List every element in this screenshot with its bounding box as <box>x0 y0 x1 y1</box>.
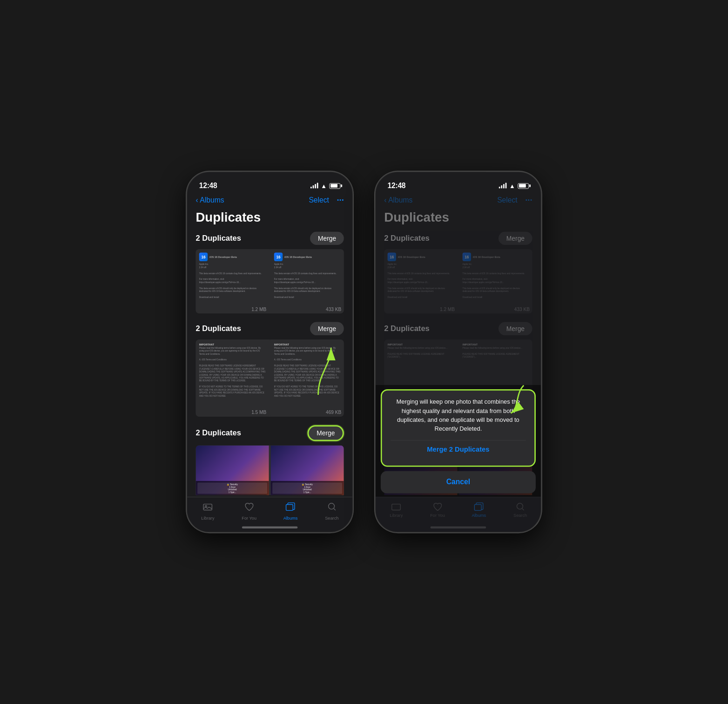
img-size-1b-right: 433 KB <box>514 306 530 311</box>
ios-icon-left: 16 <box>199 253 208 261</box>
svg-rect-7 <box>475 505 482 511</box>
doc-image-1a-right: 16 iOS 16 Developer Beta Apple Inc.2.04 … <box>384 249 457 313</box>
status-icons-right: ▲ <box>499 183 529 190</box>
back-button-right: ‹ Albums <box>384 196 412 204</box>
duplicate-section-3-left: 2 Duplicates Merge 🔒 Security1 DoorUnloc… <box>195 425 344 495</box>
section-title-2-right: 2 Duplicates <box>384 324 430 333</box>
tab-library-right: Library <box>376 501 417 518</box>
status-icons-left: ▲ <box>310 183 340 190</box>
content-scroll-left[interactable]: 2 Duplicates Merge 16 iOS 16 Developer B… <box>187 231 352 495</box>
doc-image-1b-left: 16 iOS 16 Developer Beta Apple Inc.2.04 … <box>270 249 344 313</box>
chevron-left-icon-right: ‹ <box>384 196 386 204</box>
merge-button-3-left[interactable]: Merge <box>308 425 344 441</box>
merge-confirm-button-right[interactable]: Merge 2 Duplicates <box>391 440 526 459</box>
battery-icon-left <box>329 183 340 189</box>
chevron-left-icon: ‹ <box>195 196 198 204</box>
section-header-1-right: 2 Duplicates Merge <box>384 231 532 245</box>
library-icon-left <box>202 501 213 514</box>
ios-icon-1b-left: 16 <box>274 253 283 261</box>
doc-image-2b-left: IMPORTANT Please read the following term… <box>270 339 344 417</box>
status-bar-left: 12:48 ▲ <box>187 172 352 194</box>
wallpaper-image-3a-left: 🔒 Security1 DoorUnlocked1 Syst... Font &… <box>195 446 269 495</box>
tab-search-right: Search <box>499 501 541 518</box>
wifi-icon-right: ▲ <box>509 183 515 190</box>
library-icon-right <box>391 501 401 512</box>
section-title-1-right: 2 Duplicates <box>384 234 430 243</box>
doc-image-1-left: 16 iOS 16 Developer Beta Apple Inc.2.04 … <box>195 249 269 313</box>
search-icon-right <box>515 501 526 512</box>
tab-bar-left: Library For You <box>187 497 352 532</box>
home-indicator-left <box>242 526 298 528</box>
battery-icon-right <box>518 183 529 189</box>
svg-point-4 <box>328 503 334 509</box>
doc-image-2a-left: IMPORTANT Please read the following term… <box>195 339 269 417</box>
tab-label-albums-right: Albums <box>472 513 486 518</box>
img-size-2b-left: 469 KB <box>326 410 341 415</box>
status-bar-right: 12:48 ▲ <box>376 172 541 194</box>
svg-rect-1 <box>203 504 212 510</box>
tab-label-search-right: Search <box>513 513 527 518</box>
select-button-right: Select <box>497 196 517 204</box>
phone-right: 12:48 ▲ ‹ Al <box>375 171 542 533</box>
tab-library-left[interactable]: Library <box>187 501 229 520</box>
img-size-1b-left: 433 KB <box>326 306 341 311</box>
img-size-1a-right: 1.2 MB <box>440 306 455 311</box>
duplicate-section-1-right: 2 Duplicates Merge 16 iOS 16 Developer B… <box>384 231 532 313</box>
albums-icon-left <box>285 501 296 514</box>
select-button-left[interactable]: Select <box>309 196 329 204</box>
section-title-3-left: 2 Duplicates <box>195 429 241 438</box>
search-icon-left <box>327 501 337 514</box>
image-row-1-left: 16 iOS 16 Developer Beta Apple Inc.2.04 … <box>195 249 344 313</box>
more-button-left[interactable]: ··· <box>337 195 344 205</box>
merge-button-1-left[interactable]: Merge <box>310 231 344 245</box>
merge-button-1-right: Merge <box>499 231 532 245</box>
tab-label-library-left: Library <box>201 515 214 520</box>
phones-wrapper: 12:48 ▲ ‹ Al <box>186 171 542 533</box>
merge-button-2-right: Merge <box>499 322 532 336</box>
signal-icon-left <box>310 183 318 189</box>
section-header-3-left: 2 Duplicates Merge <box>195 425 344 441</box>
svg-rect-3 <box>286 505 293 511</box>
img-size-2a-left: 1.5 MB <box>251 410 266 415</box>
image-row-1-right: 16 iOS 16 Developer Beta Apple Inc.2.04 … <box>384 249 532 313</box>
signal-icon-right <box>499 183 507 189</box>
back-button-left[interactable]: ‹ Albums <box>195 196 224 204</box>
tab-foryou-left[interactable]: For You <box>229 501 270 520</box>
tab-albums-right: Albums <box>458 501 499 518</box>
svg-rect-6 <box>392 504 400 510</box>
time-right: 12:48 <box>388 182 406 190</box>
wallpaper-image-3b-left: 🔒 Security1 DoorUnlocked1 Syst... Font &… <box>270 446 344 495</box>
section-header-2-left: 2 Duplicates Merge <box>195 322 344 336</box>
nav-bar-right: ‹ Albums Select ··· <box>376 194 541 209</box>
more-button-right: ··· <box>525 195 532 205</box>
doc-image-1b-right: 16 iOS 16 Developer Beta Apple Inc.2.04 … <box>459 249 532 313</box>
phone-left: 12:48 ▲ ‹ Al <box>186 171 353 533</box>
page-title-right: Duplicates <box>376 209 541 232</box>
home-indicator-right <box>431 526 486 528</box>
tab-foryou-right: For You <box>417 501 458 518</box>
time-left: 12:48 <box>199 182 217 190</box>
back-label-left: Albums <box>200 196 224 204</box>
albums-icon-right <box>474 501 484 512</box>
merge-button-2-left[interactable]: Merge <box>310 322 344 336</box>
cancel-button-right[interactable]: Cancel <box>381 471 536 494</box>
foryou-icon-right <box>432 501 443 512</box>
tab-bar-right: Library For You Albums <box>376 497 541 532</box>
tab-label-library-right: Library <box>390 513 403 518</box>
section-title-1-left: 2 Duplicates <box>195 234 241 243</box>
wifi-icon-left: ▲ <box>321 183 327 190</box>
tab-search-left[interactable]: Search <box>311 501 352 520</box>
nav-actions-left: Select ··· <box>309 195 344 205</box>
scene: 12:48 ▲ ‹ Al <box>152 137 576 567</box>
tab-albums-left[interactable]: Albums <box>270 501 311 520</box>
duplicate-section-1-left: 2 Duplicates Merge 16 iOS 16 Developer B… <box>195 231 344 313</box>
section-header-2-right: 2 Duplicates Merge <box>384 322 532 336</box>
section-header-1-left: 2 Duplicates Merge <box>195 231 344 245</box>
image-row-2-left: IMPORTANT Please read the following term… <box>195 339 344 417</box>
duplicate-section-2-left: 2 Duplicates Merge IMPORTANT Please read… <box>195 322 344 417</box>
nav-bar-left: ‹ Albums Select ··· <box>187 194 352 209</box>
tab-label-albums-left: Albums <box>283 515 298 520</box>
svg-point-8 <box>517 503 523 509</box>
foryou-icon-left <box>244 501 254 514</box>
img-size-1a-left: 1.2 MB <box>251 306 266 311</box>
